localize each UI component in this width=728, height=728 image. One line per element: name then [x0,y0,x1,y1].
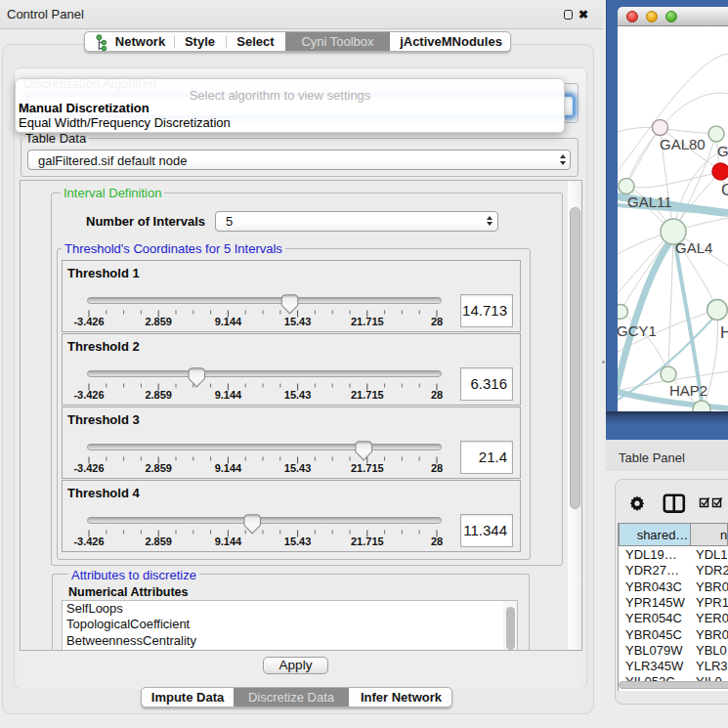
svg-text:9.144: 9.144 [215,316,242,327]
svg-text:C: C [721,181,728,199]
svg-text:9.144: 9.144 [215,462,242,474]
svg-text:15.43: 15.43 [284,462,312,474]
svg-text:15.43: 15.43 [284,389,312,401]
svg-text:9.144: 9.144 [215,535,242,547]
svg-text:9.144: 9.144 [215,389,242,401]
svg-text:-3.426: -3.426 [73,462,104,474]
svg-text:15.43: 15.43 [284,316,312,327]
svg-text:GAL11: GAL11 [627,193,672,210]
svg-text:21.715: 21.715 [351,535,384,547]
svg-text:21.715: 21.715 [351,462,384,474]
svg-text:28: 28 [431,389,443,401]
svg-text:2.859: 2.859 [145,389,172,401]
svg-text:GAL4: GAL4 [675,239,712,256]
svg-text:H: H [720,323,728,342]
svg-text:2.859: 2.859 [145,462,172,474]
svg-text:GAL80: GAL80 [660,136,706,152]
svg-text:-3.426: -3.426 [73,389,104,401]
svg-text:28: 28 [431,316,443,327]
svg-text:28: 28 [431,462,443,474]
svg-text:28: 28 [431,535,443,547]
svg-text:21.715: 21.715 [351,316,384,327]
svg-text:-3.426: -3.426 [73,316,104,327]
svg-text:-3.426: -3.426 [73,535,104,547]
svg-text:21.715: 21.715 [351,389,384,401]
svg-text:GA: GA [717,143,728,159]
svg-text:GCY1: GCY1 [618,322,657,339]
svg-text:2.859: 2.859 [145,535,172,547]
svg-text:15.43: 15.43 [284,535,312,547]
svg-text:2.859: 2.859 [145,316,172,327]
svg-text:HAP2: HAP2 [669,382,707,399]
